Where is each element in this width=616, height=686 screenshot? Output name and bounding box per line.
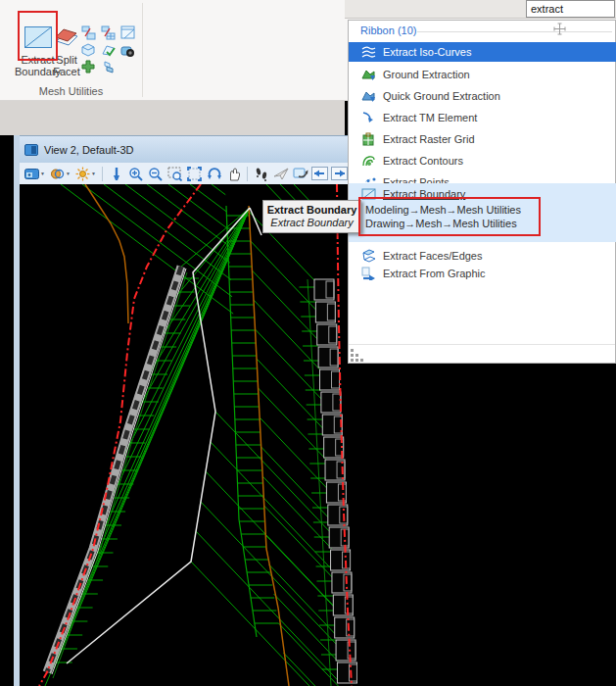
result-item-label: Extract Boundary [383,188,465,200]
from-graphic-icon [361,267,376,280]
result-item-extract-iso-curves[interactable]: Extract Iso-Curves [349,42,616,62]
ribbon-path-modeling[interactable]: Modeling→Mesh→Mesh Utilities [365,204,610,218]
split-facet-icon [54,26,79,50]
rotate-view-icon[interactable] [205,165,223,183]
view-attributes-icon[interactable]: ▼ [23,165,47,183]
search-results-panel: Ribbon (10) Extract Iso-Curves Ground Ex… [348,20,616,364]
view-window-title: View 2, Default-3D [44,144,134,156]
dropdown-caret-icon: ▼ [40,171,45,176]
result-item-quick-ground-extraction[interactable]: Quick Ground Extraction [349,86,616,106]
result-item-label: Extract Contours [383,155,463,167]
navigate-view-icon[interactable] [291,165,309,183]
quick-ground-extraction-icon [361,89,376,103]
search-input[interactable] [526,0,615,18]
result-item-extract-raster-grid[interactable]: Extract Raster Grid [349,129,616,149]
split-facet-button[interactable]: Split Facet [51,4,82,77]
result-item-label: Extract Raster Grid [383,133,475,145]
result-item-label: Quick Ground Extraction [383,90,500,102]
result-item-label: Extract Iso-Curves [383,46,471,58]
application-window: Extract Boundary Split Facet Mesh Utilit… [0,0,616,686]
group-label: Mesh Utilities [0,85,142,97]
group-divider [142,3,143,97]
update-view-icon[interactable] [107,165,125,183]
ribbon-path-drawing[interactable]: Drawing→Mesh→Mesh Utilities [365,218,610,231]
raster-grid-icon [361,132,376,146]
button-label: Facet [51,66,82,77]
result-item-ground-extraction[interactable]: Ground Extraction [349,65,616,84]
result-item-extract-contours[interactable]: Extract Contours [349,151,616,171]
result-item-extract-from-graphic[interactable]: Extract From Graphic [349,264,616,283]
result-item-extract-boundary-block: Extract Boundary Modeling→Mesh→Mesh Util… [349,183,616,242]
result-item-extract-faces-edges[interactable]: Extract Faces/Edges [349,246,616,266]
faces-edges-icon [361,249,376,263]
fit-view-icon[interactable] [185,165,204,183]
result-item-label: Extract From Graphic [383,268,486,279]
zoom-out-icon[interactable] [146,165,165,183]
facet-check-icon[interactable] [101,43,116,58]
result-item-extract-tm-element[interactable]: Extract TM Element [349,108,616,127]
panel-footer-rule [349,344,615,345]
result-item-label: Extract Faces/Edges [383,250,483,262]
zoom-in-icon[interactable] [126,165,145,183]
header-rule [417,31,612,32]
resize-grip-icon[interactable] [351,349,365,364]
ground-extraction-icon [361,68,376,81]
dropdown-caret-icon: ▼ [66,171,71,176]
solid-from-mesh-icon[interactable] [101,60,116,74]
merge-grid-icon[interactable] [101,25,116,40]
button-label: Split [51,54,82,66]
view-window-icon [24,144,38,156]
cross-section-icon[interactable] [81,60,96,74]
brightness-icon[interactable]: ▼ [73,165,98,183]
merge-meshes-icon[interactable] [81,25,96,40]
tm-element-icon [361,111,376,124]
camera-mesh-icon[interactable] [120,43,135,58]
cube-mesh-icon[interactable] [81,43,96,58]
app-gray-band [0,101,345,135]
view-next-icon[interactable] [330,165,349,183]
window-split-icon[interactable] [120,25,135,40]
extract-boundary-icon [24,24,53,50]
result-item-extract-boundary[interactable]: Extract Boundary [361,185,465,203]
tooltip-title: Extract Boundary [263,203,360,217]
result-item-label: Ground Extraction [383,69,470,80]
tooltip-subtitle: Extract Boundary [263,217,360,229]
dropdown-caret-icon: ▼ [91,171,96,176]
walk-icon[interactable] [252,165,270,183]
contours-icon [361,154,376,168]
tooltip: Extract Boundary Extract Boundary [262,200,361,233]
result-item-label: Extract TM Element [383,112,477,123]
search-strip [345,0,616,19]
display-style-icon[interactable]: ▼ [48,165,72,183]
fly-icon[interactable] [271,165,290,183]
move-handle-icon[interactable] [552,22,567,36]
boundary-icon [361,187,376,201]
toolbar-separator [102,167,103,181]
results-header: Ribbon (10) [360,24,416,36]
toolbar-separator [247,167,248,181]
iso-curves-icon [361,45,376,59]
window-area-icon[interactable] [166,165,184,183]
pan-view-icon[interactable] [224,165,243,183]
view-previous-icon[interactable] [310,165,329,183]
